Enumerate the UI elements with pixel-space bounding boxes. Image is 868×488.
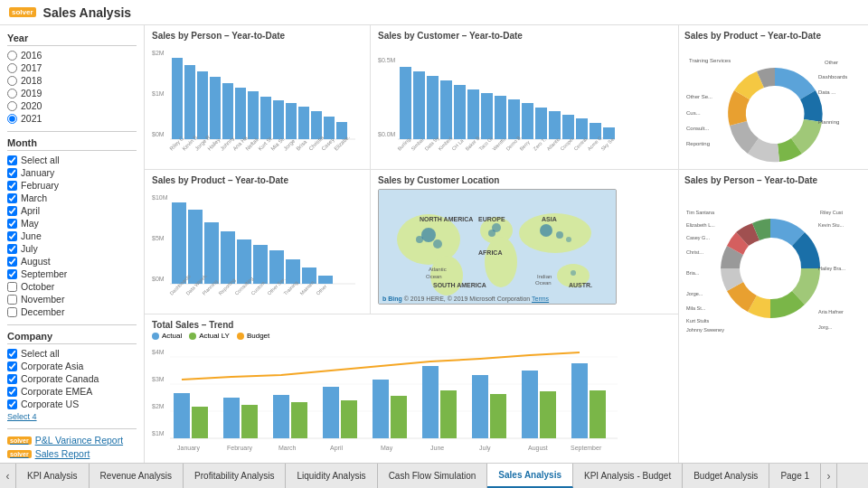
svg-rect-35 — [400, 67, 411, 139]
charts-area: Sales by Person – Year-to-Date $2M $1M $… — [145, 25, 678, 463]
year-2017[interactable]: 2017 — [7, 62, 137, 73]
map-attribution: b Bing © 2019 HERE, © 2019 Microsoft Cor… — [382, 296, 549, 302]
company-us[interactable]: Corporate US — [7, 399, 137, 409]
month-select-all[interactable]: Select all — [7, 155, 137, 165]
sales-by-product-chart: $10M $5M $0M Dashboar — [152, 189, 360, 306]
sales-by-person-panel: Sales by Person – Year-to-Date $2M $1M $… — [145, 25, 371, 169]
year-2021[interactable]: 2021 — [7, 113, 137, 124]
sales-by-customer-panel: Sales by Customer – Year-to-Date $0.5M $… — [371, 25, 624, 169]
product-donut-title: Sales by Product – Year-to-Date — [684, 31, 863, 41]
month-february[interactable]: February — [7, 180, 137, 191]
svg-rect-46 — [549, 111, 561, 139]
svg-point-104 — [556, 231, 563, 239]
charts-middle-row: Sales by Product – Year-to-Date $10M $5M… — [145, 170, 678, 314]
sales-report-label: Sales Report — [35, 448, 90, 459]
svg-text:Christ...: Christ... — [686, 249, 703, 255]
svg-rect-9 — [235, 88, 246, 139]
tab-liquidity-analysis[interactable]: Liquidity Analysis — [286, 464, 377, 488]
year-section: Year 2016 2017 2018 2019 2020 2021 — [7, 33, 137, 124]
select4-link[interactable]: Select 4 — [7, 412, 137, 421]
company-emea[interactable]: Corporate EMEA — [7, 386, 137, 397]
svg-text:Cus...: Cus... — [686, 110, 701, 116]
sales-by-person-chart: $2M $1M $0M — [152, 44, 360, 162]
map-svg: NORTH AMERICA EUROPE ASIA Atlantic Ocean… — [379, 190, 617, 305]
year-2018[interactable]: 2018 — [7, 75, 137, 86]
year-2020[interactable]: 2020 — [7, 100, 137, 111]
svg-rect-37 — [427, 76, 439, 139]
company-asia[interactable]: Corporate Asia — [7, 361, 137, 371]
svg-rect-14 — [298, 107, 309, 139]
svg-rect-126 — [223, 398, 240, 438]
month-may[interactable]: May — [7, 218, 137, 229]
month-march[interactable]: March — [7, 192, 137, 203]
sales-by-person-title: Sales by Person – Year-to-Date — [152, 31, 363, 41]
tab-page-1[interactable]: Page 1 — [769, 464, 821, 488]
year-section-title: Year — [7, 33, 137, 46]
tab-cash-flow-simulation[interactable]: Cash Flow Simulation — [378, 464, 488, 488]
year-2016[interactable]: 2016 — [7, 50, 137, 61]
svg-text:AUSTR.: AUSTR. — [569, 282, 592, 288]
svg-rect-41 — [481, 93, 493, 139]
svg-rect-71 — [172, 202, 186, 284]
svg-point-106 — [571, 270, 576, 276]
person-donut-panel: Sales by Person – Year-to-Date — [679, 170, 868, 463]
svg-text:SOUTH AMERICA: SOUTH AMERICA — [433, 282, 486, 288]
company-select-all[interactable]: Select all — [7, 348, 137, 359]
svg-text:ASIA: ASIA — [542, 216, 557, 222]
header: solver Sales Analysis — [0, 0, 868, 25]
svg-rect-135 — [241, 405, 258, 438]
month-april[interactable]: April — [7, 205, 137, 216]
svg-rect-39 — [454, 85, 466, 139]
charts-top-row: Sales by Person – Year-to-Date $2M $1M $… — [145, 25, 678, 170]
svg-text:NORTH AMERICA: NORTH AMERICA — [420, 216, 473, 222]
tab-scroll-left[interactable]: ‹ — [0, 464, 16, 488]
month-september[interactable]: September — [7, 268, 137, 279]
sidebar: Year 2016 2017 2018 2019 2020 2021 Month… — [0, 25, 145, 463]
svg-text:Other Se...: Other Se... — [686, 94, 712, 99]
svg-text:$2M: $2M — [152, 403, 165, 409]
tab-kpi-analysis-budget[interactable]: KPI Analysis - Budget — [573, 464, 683, 488]
actual-label: Actual — [162, 332, 182, 340]
tab-profitability-analysis[interactable]: Profitability Analysis — [184, 464, 286, 488]
svg-rect-13 — [286, 103, 297, 139]
svg-rect-130 — [422, 366, 439, 438]
svg-rect-142 — [590, 390, 606, 438]
svg-text:March: March — [278, 445, 297, 451]
svg-rect-80 — [318, 276, 333, 284]
svg-point-100 — [416, 236, 423, 243]
svg-rect-128 — [323, 387, 339, 438]
svg-rect-45 — [535, 108, 547, 139]
trend-legend: Actual Actual LY Budget — [152, 332, 671, 340]
svg-point-162 — [743, 241, 797, 296]
tab-revenue-analysis[interactable]: Revenue Analysis — [90, 464, 184, 488]
svg-text:$2M: $2M — [152, 50, 165, 56]
pl-variance-label: P&L Variance Report — [35, 435, 123, 446]
month-section-title: Month — [7, 137, 137, 151]
month-january[interactable]: January — [7, 167, 137, 178]
svg-text:May: May — [381, 445, 393, 452]
sales-report-link[interactable]: solver Sales Report — [7, 448, 137, 459]
legend-budget: Budget — [237, 332, 269, 340]
tab-kpi-analysis[interactable]: KPI Analysis — [16, 464, 90, 488]
year-2019[interactable]: 2019 — [7, 88, 137, 99]
svg-rect-137 — [341, 400, 357, 438]
svg-rect-36 — [413, 71, 425, 139]
month-june[interactable]: June — [7, 230, 137, 241]
svg-text:August: August — [528, 445, 548, 452]
svg-text:$10M: $10M — [152, 194, 168, 201]
tab-budget-analysis[interactable]: Budget Analysis — [683, 464, 769, 488]
svg-text:$1M: $1M — [152, 430, 165, 436]
tab-sales-analysis[interactable]: Sales Analysis — [487, 464, 573, 488]
trend-chart-panel: Total Sales – Trend Actual Actual LY Bud… — [145, 314, 678, 463]
month-december[interactable]: December — [7, 306, 137, 317]
tab-scroll-right[interactable]: › — [821, 464, 837, 488]
month-july[interactable]: July — [7, 243, 137, 254]
pl-variance-link[interactable]: solver P&L Variance Report — [7, 435, 137, 446]
month-august[interactable]: August — [7, 256, 137, 267]
svg-rect-47 — [562, 115, 574, 139]
month-november[interactable]: November — [7, 294, 137, 305]
svg-text:Training Services: Training Services — [689, 58, 731, 63]
month-october[interactable]: October — [7, 281, 137, 292]
svg-rect-72 — [188, 210, 203, 284]
company-canada[interactable]: Corporate Canada — [7, 373, 137, 384]
